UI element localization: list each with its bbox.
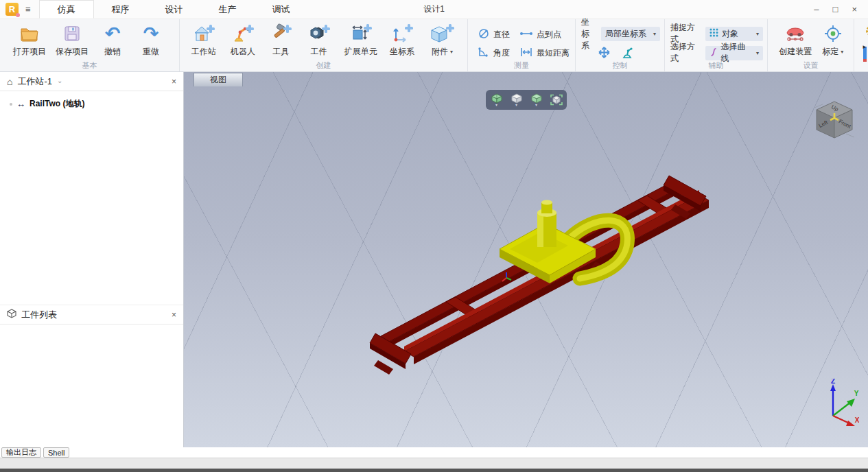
tab-debug[interactable]: 调试: [255, 0, 308, 19]
bottom-tab-bar: 输出日志 Shell: [0, 447, 868, 458]
measure-point-to-point-button[interactable]: 点到点: [519, 26, 570, 43]
document-title: 设计1: [423, 3, 445, 15]
redo-icon: ↷: [143, 22, 159, 45]
workstation-panel-header: ⌂ 工作站-1 ⌄ ×: [0, 72, 183, 91]
ribbon: 打开项目 保存项目 ↶ 撤销 ↷ 重做 基本 工作站: [0, 19, 868, 72]
save-project-button[interactable]: 保存项目: [51, 22, 93, 58]
triad-z-label: Z: [831, 379, 835, 385]
bottom-edge-strip: [0, 469, 868, 472]
workpiece-panel-header: 工件列表 ×: [0, 305, 183, 324]
chevron-down-icon: ▾: [753, 31, 759, 37]
tree-item-label: RailTwo (地轨): [30, 98, 84, 110]
snap-grid-icon: [709, 28, 718, 39]
chevron-down-icon: ▾: [495, 104, 497, 107]
create-tool-button[interactable]: 工具: [263, 22, 299, 58]
workstation-panel-close-button[interactable]: ×: [172, 77, 176, 86]
group-label-measure: 测量: [468, 60, 575, 71]
hex-nut-icon: [307, 22, 331, 45]
shaded-view-button[interactable]: ▾: [529, 91, 544, 109]
target-icon: [823, 22, 843, 45]
create-attachment-button[interactable]: 附件▾: [421, 22, 463, 58]
triad-x-label: X: [855, 416, 859, 424]
coord-system-dropdown[interactable]: 局部坐标系 ▾: [601, 27, 660, 41]
folder-icon: [19, 22, 40, 45]
shell-tab[interactable]: Shell: [43, 447, 69, 458]
move-tool-button[interactable]: [598, 46, 611, 62]
select-mode-dropdown[interactable]: 选择曲线 ▾: [705, 46, 763, 60]
chevron-down-icon: ▾: [535, 104, 537, 107]
tab-program[interactable]: 程序: [94, 0, 148, 19]
left-sidebar: ⌂ 工作站-1 ⌄ × ↔ RailTwo (地轨) 工件列表 ×: [0, 72, 184, 447]
workpiece-panel-close-button[interactable]: ×: [172, 310, 176, 320]
status-bar: [0, 458, 868, 469]
redo-button[interactable]: ↷ 重做: [132, 22, 170, 58]
workstation-panel-title: 工作站-1: [17, 75, 52, 88]
minimize-button[interactable]: –: [814, 4, 819, 14]
workstation-icon: [192, 22, 215, 45]
viewport-tab-view[interactable]: 视图: [193, 73, 243, 86]
angle-icon: [478, 46, 490, 60]
close-button[interactable]: ×: [852, 4, 857, 14]
chevron-down-icon[interactable]: ⌄: [57, 77, 62, 84]
group-label-assist: 辅助: [665, 60, 767, 71]
undo-icon: ↶: [105, 22, 121, 45]
create-device-button[interactable]: 创建装置: [775, 22, 816, 58]
diameter-icon: [478, 27, 490, 42]
point-to-point-icon: [519, 27, 533, 42]
measure-angle-button[interactable]: 角度: [478, 45, 510, 62]
shortest-distance-icon: [519, 46, 533, 60]
create-robot-button[interactable]: 机器人: [223, 22, 262, 58]
hammer-icon: [269, 22, 292, 45]
coordinate-frame-icon: [390, 22, 414, 45]
hamburger-menu-icon[interactable]: ≡: [25, 4, 31, 14]
group-label-settings: 设置: [768, 60, 854, 71]
chevron-down-icon[interactable]: ▾: [450, 49, 453, 55]
maximize-button[interactable]: □: [833, 4, 838, 14]
solid-view-button[interactable]: ▾: [509, 91, 524, 109]
ribbon-group-settings: 创建装置 标定▾ 设置: [768, 19, 854, 71]
ribbon-tab-bar: 仿真 程序 设计 生产 调试: [39, 0, 308, 19]
extension-unit-icon: [349, 22, 373, 45]
ribbon-more-arrow-icon[interactable]: ►: [862, 44, 867, 50]
floppy-disk-icon: [63, 22, 81, 45]
create-frame-button[interactable]: 坐标系: [383, 22, 421, 58]
titlebar: R ≡ 仿真 程序 设计 生产 调试 设计1 – □ ×: [0, 0, 868, 19]
undo-button[interactable]: ↶ 撤销: [93, 22, 132, 58]
output-log-tab[interactable]: 输出日志: [1, 447, 41, 458]
tab-production[interactable]: 生产: [201, 0, 255, 19]
ribbon-group-measure: 直径 点到点 角度 最短距离 测量: [468, 19, 576, 71]
calibrate-button[interactable]: 标定▾: [816, 22, 849, 58]
rail-model-canvas: [184, 72, 868, 447]
ribbon-group-assist: 捕捉方式 对象 ▾ 选择方式 选择曲线 ▾ 辅助: [665, 19, 768, 71]
ribbon-group-control: 坐标系 局部坐标系 ▾ 控制: [576, 19, 665, 71]
ribbon-group-create: 工作站 机器人 工具 工件 扩展单元: [180, 19, 468, 71]
snap-mode-dropdown[interactable]: 对象 ▾: [705, 27, 763, 41]
measure-diameter-button[interactable]: 直径: [478, 26, 510, 43]
measure-shortest-distance-button[interactable]: 最短距离: [519, 45, 570, 62]
robot-icon: [231, 22, 255, 45]
group-label-basic: 基本: [0, 60, 179, 71]
create-workstation-button[interactable]: 工作站: [184, 22, 223, 58]
rail-axis-icon: ↔: [16, 99, 25, 109]
open-project-button[interactable]: 打开项目: [8, 22, 51, 58]
chevron-down-icon: ▾: [650, 31, 656, 37]
create-extension-unit-button[interactable]: 扩展单元: [338, 22, 383, 58]
chevron-down-icon: ▾: [515, 104, 517, 107]
group-label-create: 创建: [180, 60, 467, 71]
triad-y-label: Y: [854, 390, 859, 397]
ribbon-group-basic: 打开项目 保存项目 ↶ 撤销 ↷ 重做 基本: [0, 19, 180, 71]
viewport-3d[interactable]: 视图 ▾ ▾ ▾ Up Left Front: [184, 72, 868, 447]
tab-design[interactable]: 设计: [148, 0, 201, 19]
wireframe-view-button[interactable]: ▾: [489, 91, 504, 109]
view-cube[interactable]: Up Left Front: [813, 99, 856, 143]
tree-item-railtwo[interactable]: ↔ RailTwo (地轨): [0, 91, 183, 110]
fit-view-button[interactable]: [549, 91, 564, 109]
view-toolbar: ▾ ▾ ▾: [486, 90, 567, 110]
robot-jog-button[interactable]: [622, 46, 635, 62]
chevron-down-icon: ▾: [753, 50, 759, 56]
tab-simulation[interactable]: 仿真: [39, 0, 94, 19]
app-logo-icon[interactable]: R: [5, 3, 19, 16]
home-icon: ⌂: [7, 76, 12, 87]
chevron-down-icon[interactable]: ▾: [841, 49, 843, 55]
create-workpiece-button[interactable]: 工件: [299, 22, 338, 58]
